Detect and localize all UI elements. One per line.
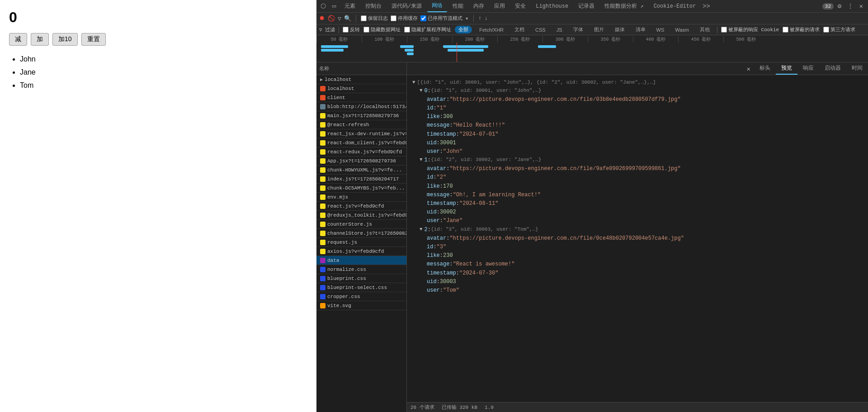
filter-other[interactable]: 其他 (696, 26, 713, 33)
third-party-checkbox[interactable]: 第三方请求 (823, 26, 855, 33)
blocked-cookies-checkbox[interactable]: 被屏蔽的响应 Cookie (721, 26, 779, 33)
req-name: App.jsx?t=1726508279736 (327, 158, 396, 164)
tl-bar-5 (407, 52, 414, 55)
tab-console[interactable]: 控制台 (361, 0, 386, 12)
export-icon[interactable]: ↓ (484, 15, 488, 22)
req-item-data[interactable]: data (316, 256, 406, 265)
search-icon[interactable]: 🔍 (344, 15, 351, 22)
tab-perf-insights[interactable]: 性能数据分析 ↗ (600, 0, 648, 12)
req-item-request-js[interactable]: request.js (316, 238, 406, 247)
req-item-env-mjs[interactable]: env.mjs (316, 193, 406, 202)
invert-checkbox[interactable]: 反转 (343, 26, 360, 33)
tab-elements[interactable]: 元素 (340, 0, 360, 12)
throttle-dropdown-icon[interactable]: ▾ (465, 15, 469, 22)
tab-performance[interactable]: 性能 (448, 0, 468, 12)
req-item-app-jsx[interactable]: App.jsx?t=1726508279736 (316, 156, 406, 166)
tab-preview[interactable]: 预览 (776, 62, 797, 75)
req-type-icon (320, 104, 326, 109)
close-devtools-icon[interactable]: ✕ (856, 1, 866, 11)
filter-all[interactable]: 全部 (455, 26, 472, 33)
req-item-counter-store[interactable]: counterStore.js (316, 220, 406, 229)
devtools-inspect-icon[interactable]: ⬡ (318, 1, 328, 11)
filter-manifest[interactable]: 清单 (632, 26, 649, 33)
reset-button[interactable]: 重置 (81, 33, 106, 46)
preserve-log-checkbox[interactable]: 保留日志 (361, 15, 388, 22)
req-item-channel-store[interactable]: channelStore.js?t=172650082... (316, 229, 406, 238)
json-root-toggle[interactable]: ▼ (412, 79, 415, 87)
network-toolbar: ⏺ 🚫 ▽ 🔍 保留日志 停用缓存 已停用节流模式 ▾ ↑ ↓ (316, 13, 868, 24)
req-item-main-jsx[interactable]: main.jsx?t=1726508279736 (316, 111, 406, 120)
tab-initiator[interactable]: 启动器 (819, 62, 846, 75)
req-item-react-refresh[interactable]: @react-refresh (316, 120, 406, 129)
increment-ten-button[interactable]: 加10 (52, 33, 78, 46)
clear-icon[interactable]: 🚫 (328, 15, 335, 22)
tab-network[interactable]: 网络 (427, 0, 447, 12)
req-item-react-dom[interactable]: react-dom_client.js?v=febd9... (316, 138, 406, 147)
hide-data-urls-checkbox[interactable]: 隐藏数据网址 (363, 26, 401, 33)
filter-font[interactable]: 字体 (570, 26, 587, 33)
req-item-jsx-runtime[interactable]: react_jsx-dev-runtime.js?v=f... (316, 129, 406, 138)
req-name: vite.svg (327, 303, 351, 308)
req-item-react-redux[interactable]: react-redux.js?v=febd9cfd (316, 147, 406, 156)
throttle-checkbox[interactable]: 已停用节流模式 (420, 15, 462, 22)
devtools-device-icon[interactable]: ▭ (329, 1, 339, 11)
decrement-button[interactable]: 减 (9, 33, 27, 46)
req-name: react.js?v=febd9cfd (327, 204, 384, 209)
filter-media[interactable]: 媒体 (611, 26, 628, 33)
blocked-requests-checkbox[interactable]: 被屏蔽的请求 (783, 26, 820, 33)
hide-extensions-checkbox[interactable]: 隐藏扩展程序网址 (404, 26, 451, 33)
req-name: react_jsx-dev-runtime.js?v=f... (327, 131, 406, 137)
tab-timing[interactable]: 时间 (846, 62, 868, 75)
req-item-client[interactable]: client (316, 93, 406, 102)
tab-cookie-editor[interactable]: Cookie-Editor (649, 1, 701, 11)
req-item-blob[interactable]: blob:http://localhost:5173/d... (316, 102, 406, 111)
req-item-blueprint-css[interactable]: blueprint.css (316, 274, 406, 283)
json-item-0-toggle[interactable]: ▼ (420, 87, 423, 95)
more-tabs-icon[interactable]: >> (701, 1, 711, 11)
tab-memory[interactable]: 内存 (469, 0, 489, 12)
tab-source[interactable]: 源代码/来源 (387, 0, 426, 12)
json-item-0-timestamp: timestamp: "2024-07-01" (427, 130, 863, 139)
filter-js[interactable]: JS (553, 27, 566, 33)
filter-fetch-xhr[interactable]: Fetch/XHR (476, 27, 507, 33)
req-item-hdwyuxml[interactable]: chunk-HDWYUXML.js?v=fe... (316, 166, 406, 175)
settings-icon[interactable]: ⚙ (835, 1, 844, 11)
record-icon[interactable]: ⏺ (319, 15, 325, 22)
req-item-index-js[interactable]: index.js?t=1726508204717 (316, 175, 406, 184)
req-item-localhost[interactable]: localhost (316, 84, 406, 93)
req-item-cropper-css[interactable]: cropper.css (316, 292, 406, 301)
req-item-dc5amybs[interactable]: chunk-DC5AMYBS.js?v=feb... (316, 184, 406, 193)
req-item-normalize-css[interactable]: normalize.css (316, 265, 406, 274)
req-item-axios[interactable]: axios.js?v=febd9cfd (316, 247, 406, 256)
req-item-react-js[interactable]: react.js?v=febd9cfd (316, 202, 406, 211)
tab-headers[interactable]: 标头 (754, 62, 776, 75)
json-item-2-id: id: "3" (427, 243, 863, 251)
filter-wasm[interactable]: Wasm (671, 27, 693, 33)
req-item-vite-svg[interactable]: vite.svg (316, 301, 406, 310)
filter-img[interactable]: 图片 (590, 26, 608, 33)
tab-application[interactable]: 应用 (490, 0, 509, 12)
filter-icon[interactable]: ▽ (338, 15, 341, 22)
filter-css[interactable]: CSS (532, 27, 549, 33)
app-panel: 0 减 加 加10 重置 John Jane Tom (0, 0, 316, 412)
tab-recorder[interactable]: 记录器 (574, 0, 599, 12)
filter-ws[interactable]: WS (653, 27, 668, 33)
more-options-icon[interactable]: ⋮ (845, 1, 855, 11)
req-item-reduxjs[interactable]: @reduxjs_toolkit.js?v=febd9... (316, 211, 406, 220)
request-list: 名称 ▶ localhost localhost client blob:htt… (316, 62, 407, 412)
json-item-2-toggle[interactable]: ▼ (420, 226, 423, 234)
json-item-1-toggle[interactable]: ▼ (420, 156, 423, 164)
tab-security[interactable]: 安全 (510, 0, 530, 12)
timeline-cursor (457, 43, 457, 62)
json-item-2-avatar: avatar: "https://picture.devops-engineer… (427, 234, 863, 243)
req-group-localhost[interactable]: ▶ localhost (316, 75, 406, 84)
tab-response[interactable]: 响应 (797, 62, 819, 75)
close-panel-icon[interactable]: ✕ (743, 63, 754, 75)
req-item-blueprint-select-css[interactable]: blueprint-select.css (316, 283, 406, 292)
increment-button[interactable]: 加 (31, 33, 49, 46)
json-item-0-index: 0 (425, 87, 428, 95)
tab-lighthouse[interactable]: Lighthouse (531, 1, 573, 11)
import-icon[interactable]: ↑ (478, 15, 482, 22)
filter-doc[interactable]: 文档 (511, 26, 528, 33)
disable-cache-checkbox[interactable]: 停用缓存 (391, 15, 418, 22)
